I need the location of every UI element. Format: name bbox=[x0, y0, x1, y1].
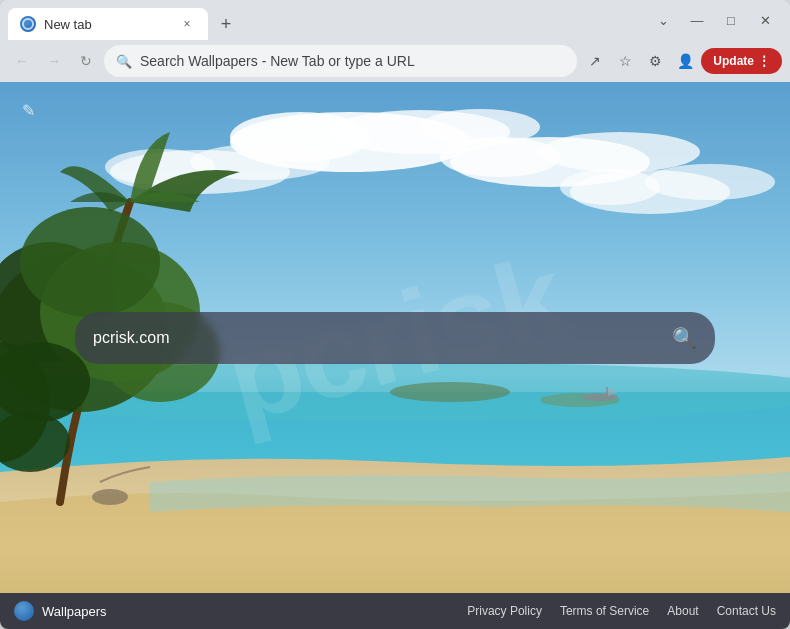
maximize-button[interactable]: □ bbox=[718, 7, 744, 33]
close-button[interactable]: ✕ bbox=[752, 7, 778, 33]
tabs-area: New tab × + bbox=[8, 0, 650, 40]
reload-button[interactable]: ↻ bbox=[72, 47, 100, 75]
about-link[interactable]: About bbox=[667, 604, 698, 618]
privacy-policy-link[interactable]: Privacy Policy bbox=[467, 604, 542, 618]
content-area: pcrisk ✎ 🔍 bbox=[0, 82, 790, 593]
browser-window: New tab × + ⌄ — □ ✕ ← → ↻ 🔍 Search Wallp… bbox=[0, 0, 790, 629]
contact-us-link[interactable]: Contact Us bbox=[717, 604, 776, 618]
page-search-input[interactable] bbox=[93, 329, 672, 347]
terms-of-service-link[interactable]: Terms of Service bbox=[560, 604, 649, 618]
share-button[interactable]: ↗ bbox=[581, 47, 609, 75]
update-button[interactable]: Update ⋮ bbox=[701, 48, 782, 74]
page-search-icon[interactable]: 🔍 bbox=[672, 326, 697, 350]
page-search-container: 🔍 bbox=[75, 312, 715, 364]
back-button[interactable]: ← bbox=[8, 47, 36, 75]
footer-brand-icon bbox=[14, 601, 34, 621]
address-text: Search Wallpapers - New Tab or type a UR… bbox=[140, 53, 565, 69]
tab-favicon bbox=[20, 16, 36, 32]
edit-icon-button[interactable]: ✎ bbox=[12, 94, 44, 126]
tab-title: New tab bbox=[44, 17, 170, 32]
footer-bar: Wallpapers Privacy PolicyTerms of Servic… bbox=[0, 593, 790, 629]
footer-brand: Wallpapers bbox=[14, 601, 107, 621]
update-more-icon: ⋮ bbox=[758, 54, 770, 68]
footer-brand-label: Wallpapers bbox=[42, 604, 107, 619]
forward-button[interactable]: → bbox=[40, 47, 68, 75]
update-label: Update bbox=[713, 54, 754, 68]
minimize-button[interactable]: — bbox=[684, 7, 710, 33]
nav-actions: ↗ ☆ ⚙ 👤 Update ⋮ bbox=[581, 47, 782, 75]
title-bar: New tab × + ⌄ — □ ✕ bbox=[0, 0, 790, 40]
address-bar[interactable]: 🔍 Search Wallpapers - New Tab or type a … bbox=[104, 45, 577, 77]
page-search-bar: 🔍 bbox=[75, 312, 715, 364]
active-tab[interactable]: New tab × bbox=[8, 8, 208, 40]
new-tab-button[interactable]: + bbox=[212, 10, 240, 38]
chevron-down-button[interactable]: ⌄ bbox=[650, 7, 676, 33]
nav-bar: ← → ↻ 🔍 Search Wallpapers - New Tab or t… bbox=[0, 40, 790, 82]
address-search-icon: 🔍 bbox=[116, 54, 132, 69]
extensions-button[interactable]: ⚙ bbox=[641, 47, 669, 75]
footer-links: Privacy PolicyTerms of ServiceAboutConta… bbox=[467, 604, 776, 618]
profile-button[interactable]: 👤 bbox=[671, 47, 699, 75]
window-controls: ⌄ — □ ✕ bbox=[650, 7, 782, 33]
bookmark-button[interactable]: ☆ bbox=[611, 47, 639, 75]
tab-close-button[interactable]: × bbox=[178, 15, 196, 33]
